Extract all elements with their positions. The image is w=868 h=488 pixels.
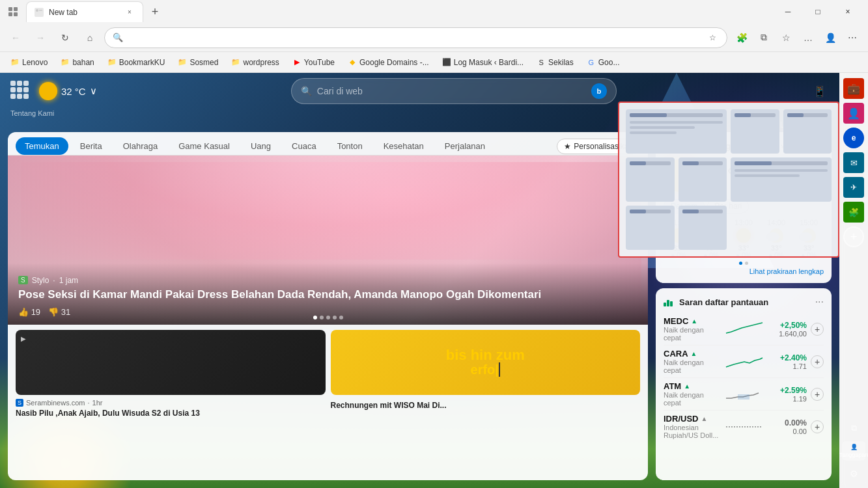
window-controls: ─ □ × [773, 0, 863, 23]
sidebar-extension-icon[interactable]: 🧩 [843, 202, 864, 223]
sekilas-icon: S [537, 58, 546, 67]
idrusd-pct: 0.00% [768, 418, 807, 427]
article-title: Pose Seksi di Kamar Mandi Pakai Dress Be… [18, 288, 637, 302]
atm-price: 1.19 [768, 395, 807, 403]
tab-cuaca[interactable]: Cuaca [283, 137, 326, 155]
maximize-button[interactable]: □ [803, 0, 833, 23]
split-screen-button[interactable]: ⧉ [753, 27, 774, 48]
sidebar-settings-icon[interactable]: ⚙ [845, 465, 863, 483]
cara-add-button[interactable]: + [811, 355, 824, 368]
sidebar-outlook-icon[interactable]: ✉ [843, 152, 864, 173]
tab-close-btn[interactable]: × [124, 7, 135, 18]
nt-search-bar[interactable]: 🔍 b [291, 78, 617, 104]
medc-add-button[interactable]: + [811, 323, 824, 336]
new-tab-button[interactable]: + [146, 3, 164, 21]
sidebar-split-icon[interactable]: ⧉ [845, 419, 863, 437]
bookmark-sekilas[interactable]: S Sekilas [531, 57, 579, 68]
close-button[interactable]: × [833, 0, 863, 23]
bookmark-wordpress[interactable]: 📁 wordpress [226, 57, 284, 68]
collections-button[interactable]: … [798, 27, 819, 48]
bookmark-googledomains[interactable]: ◆ Google Domains -... [343, 57, 434, 68]
dot-5 [339, 316, 343, 319]
tab-extensions-icon[interactable] [5, 4, 21, 20]
small-articles: ▶ S Serambinews.com · 1hr Nasib Pilu ,An… [8, 325, 648, 424]
apps-grid-icon[interactable] [10, 81, 31, 102]
tab-temukan[interactable]: Temukan [16, 137, 68, 155]
sidebar-add-button[interactable]: + [843, 226, 864, 247]
refresh-button[interactable]: ↻ [55, 27, 76, 48]
personalize-star-icon: ★ [564, 142, 571, 151]
main-article[interactable]: S Stylo · 1 jam Pose Seksi di Kamar Mand… [8, 156, 648, 325]
svg-rect-7 [738, 394, 749, 400]
small-article-1[interactable]: ▶ S Serambinews.com · 1hr Nasib Pilu ,An… [16, 330, 326, 419]
atm-pct: +2.59% [768, 386, 807, 395]
favorites-button[interactable]: ☆ [776, 27, 796, 48]
atm-add-button[interactable]: + [811, 388, 824, 401]
browser-tab-newtab[interactable]: New tab × [26, 1, 143, 22]
source-name: Stylo [32, 276, 49, 285]
stock-atm-subtitle: Naik dengan cepat [664, 391, 721, 407]
dot-4 [333, 316, 337, 319]
tab-grid-item-3[interactable] [783, 109, 832, 154]
profile-button[interactable]: 👤 [820, 27, 841, 48]
phone-icon[interactable]: 📱 [811, 82, 829, 100]
tab-grid-item-7[interactable] [626, 206, 675, 250]
idrusd-add-button[interactable]: + [811, 420, 824, 433]
small-article-1-image: ▶ [16, 330, 326, 395]
tab-kesehatan[interactable]: Kesehatan [374, 137, 433, 155]
bookmark-logmasuk[interactable]: ⬛ Log Masuk ‹ Bardi... [437, 57, 529, 68]
tab-grid-item-2[interactable] [731, 109, 779, 154]
bookmark-google[interactable]: G Goo... [581, 57, 625, 68]
back-button[interactable]: ← [5, 27, 26, 48]
sidebar-edge-icon[interactable]: e [843, 128, 864, 148]
forecast-link[interactable]: Lihat prakiraan lengkap [664, 267, 824, 275]
like-icon[interactable]: 👍 19 [18, 307, 40, 317]
nt-topbar-right: 📱 [811, 82, 829, 100]
tab-tonton[interactable]: Tonton [328, 137, 372, 155]
stocks-more-button[interactable]: ··· [815, 296, 824, 308]
favorites-icon[interactable]: ☆ [706, 31, 719, 44]
tab-uang[interactable]: Uang [242, 137, 280, 155]
home-button[interactable]: ⌂ [79, 27, 100, 48]
forward-button[interactable]: → [30, 27, 51, 48]
tab-grid-item-4[interactable] [626, 157, 675, 202]
bookmark-bahan[interactable]: 📁 bahan [55, 57, 99, 68]
sidebar-teams-icon[interactable]: ✈ [843, 177, 864, 198]
stock-idrusd-name: IDR/USD ▲ [664, 414, 721, 424]
bookmark-youtube[interactable]: ▶ YouTube [287, 57, 340, 68]
small-article-2[interactable]: bis hin zum erfo| Rechnungen mit WISO Ma… [331, 330, 641, 419]
dislike-icon[interactable]: 👎 31 [48, 307, 70, 317]
stock-atm[interactable]: ATM ▲ Naik dengan cepat +2.59% [664, 378, 824, 411]
bookmark-youtube-label: YouTube [304, 58, 335, 67]
stock-cara[interactable]: CARA ▲ Naik dengan cepat +2.40% 1.71 [664, 346, 824, 378]
tanggapan-sidebar-btn[interactable]: 👤 Tanggapan [842, 441, 865, 461]
tab-berita[interactable]: Berita [71, 137, 111, 155]
bookmark-sosmed[interactable]: 📁 Sosmed [173, 57, 223, 68]
folder-icon: 📁 [178, 58, 187, 67]
stock-medc[interactable]: MEDC ▲ Naik dengan cepat +2,50% 1.640,00 [664, 313, 824, 346]
bookmark-lenovo[interactable]: 📁 Lenovo [5, 57, 53, 68]
stock-cara-subtitle: Naik dengan cepat [664, 359, 721, 374]
sidebar-profile-icon[interactable]: 👤 [843, 103, 864, 124]
extensions-button[interactable]: 🧩 [731, 27, 752, 48]
tab-grid-item-8[interactable] [679, 206, 727, 250]
tab-perjalanan[interactable]: Perjalanan [436, 137, 494, 155]
tab-olahraga[interactable]: Olahraga [114, 137, 167, 155]
minimize-button[interactable]: ─ [773, 0, 803, 23]
search-input[interactable] [317, 86, 586, 96]
stock-idrusd[interactable]: IDR/USD ▲ Indonesian Rupiah/US Doll... 0… [664, 411, 824, 442]
sidebar-briefcase-icon[interactable]: 💼 [843, 78, 864, 99]
tab-grid-item-1[interactable] [626, 109, 727, 154]
bookmark-bookmarkku[interactable]: 📁 BookmarkKU [102, 57, 171, 68]
address-bar[interactable]: 🔍 ☆ [104, 27, 727, 48]
tab-bar-section: New tab × + [26, 1, 768, 22]
settings-button[interactable]: ⋯ [842, 27, 863, 48]
bookmark-lenovo-label: Lenovo [22, 58, 48, 67]
tab-grid-item-5[interactable] [679, 157, 727, 202]
tab-grid-overlay [618, 102, 839, 258]
tab-grid-item-6[interactable] [731, 157, 832, 202]
address-input[interactable] [128, 33, 701, 42]
nt-weather-summary[interactable]: 32 °C ∨ [39, 82, 97, 100]
bookmark-logmasuk-label: Log Masuk ‹ Bardi... [454, 58, 524, 67]
tab-gamekasual[interactable]: Game Kasual [169, 137, 239, 155]
